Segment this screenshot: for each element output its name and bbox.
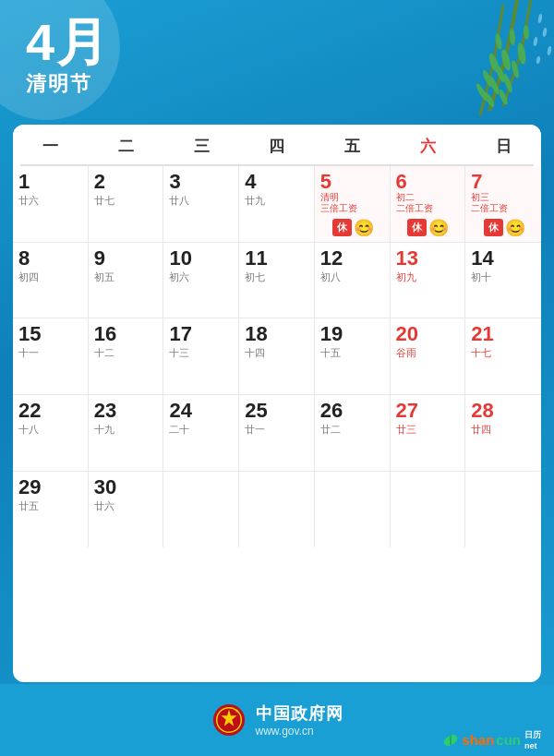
day-headers-row: 一 二 三 四 五 六 日 [13, 125, 541, 164]
month-label: 4月 [26, 17, 110, 68]
cell-apr5: 5 清明三倍工资 休 😊 [315, 166, 391, 243]
cell-apr28: 28 廿四 [465, 395, 541, 472]
svg-point-14 [537, 14, 543, 24]
cell-apr21: 21 十七 [465, 318, 541, 395]
day-header-tue: 二 [89, 132, 164, 161]
svg-point-10 [475, 82, 489, 102]
cell-apr2: 2 廿七 [89, 166, 164, 243]
leaf-icon [441, 731, 460, 750]
svg-point-9 [481, 69, 494, 89]
svg-point-7 [497, 89, 509, 106]
cell-apr18: 18 十四 [239, 318, 315, 395]
holiday-badge-apr6: 休 [407, 219, 427, 236]
svg-point-1 [495, 65, 506, 84]
watermark-net1: 日历 [524, 729, 541, 741]
day-header-fri: 五 [315, 132, 391, 161]
cell-apr8: 8 初四 [13, 243, 89, 319]
cell-apr15: 15 十一 [13, 318, 89, 395]
svg-point-16 [533, 37, 538, 47]
cell-empty-5 [465, 472, 541, 548]
cell-apr7: 7 初三二倍工资 休 😊 [465, 166, 541, 243]
svg-point-15 [542, 28, 548, 38]
cell-apr10: 10 初六 [163, 243, 239, 319]
cell-apr20: 20 谷雨 [391, 318, 466, 395]
gov-logo [211, 702, 247, 738]
svg-point-0 [500, 48, 512, 71]
day-header-sun: 日 [465, 132, 541, 161]
cell-apr29: 29 廿五 [13, 472, 89, 548]
calendar-card: 一 二 三 四 五 六 日 1 廿六 2 廿七 3 廿八 [13, 125, 541, 682]
svg-point-8 [487, 52, 500, 73]
footer-text: 中国政府网 www.gov.cn [256, 702, 343, 738]
cell-apr19: 19 十五 [315, 318, 391, 395]
calendar-grid: 1 廿六 2 廿七 3 廿八 4 廿九 5 清明三倍工资 休 😊 [13, 166, 541, 547]
cell-apr13: 13 初九 [391, 243, 466, 319]
header: 4月 清明节 [26, 17, 110, 98]
cell-apr24: 24 二十 [163, 395, 239, 472]
cell-empty-2 [239, 472, 315, 548]
watermark-net2: net [524, 741, 541, 750]
svg-point-18 [536, 56, 540, 65]
cell-apr4: 4 廿九 [239, 166, 315, 243]
watermark-area: shancun 日历 net [441, 729, 541, 750]
cell-empty-3 [315, 472, 391, 548]
day-header-sat: 六 [391, 132, 466, 161]
cell-apr12: 12 初八 [315, 243, 391, 319]
cell-apr6: 6 初二二倍工资 休 😊 [391, 166, 466, 243]
svg-point-17 [547, 46, 552, 56]
festival-label: 清明节 [26, 70, 110, 98]
cell-apr30: 30 廿六 [89, 472, 164, 548]
cell-apr3: 3 廿八 [163, 166, 239, 243]
cell-apr1: 1 廿六 [13, 166, 89, 243]
footer-url: www.gov.cn [256, 725, 314, 738]
svg-point-5 [511, 60, 521, 79]
watermark-shan: shan [462, 732, 494, 748]
cell-apr14: 14 初十 [465, 243, 541, 319]
watermark-cun: cun [496, 732, 521, 748]
holiday-badge-apr7: 休 [484, 219, 503, 236]
cell-empty-4 [391, 472, 466, 548]
day-header-wed: 三 [163, 132, 239, 161]
footer-name: 中国政府网 [256, 702, 343, 725]
cell-apr27: 27 廿三 [391, 395, 466, 472]
day-header-mon: 一 [13, 132, 89, 161]
day-header-thu: 四 [239, 132, 315, 161]
svg-point-4 [516, 42, 527, 65]
svg-point-3 [483, 91, 496, 109]
cell-apr26: 26 廿二 [315, 395, 391, 472]
holiday-badge-apr5: 休 [332, 219, 352, 236]
cell-apr11: 11 初七 [239, 243, 315, 319]
cell-apr22: 22 十八 [13, 395, 89, 472]
cell-apr9: 9 初五 [89, 243, 164, 319]
svg-point-6 [501, 73, 513, 94]
cell-apr25: 25 廿一 [239, 395, 315, 472]
cell-empty-1 [163, 472, 239, 548]
cell-apr17: 17 十三 [163, 318, 239, 395]
cell-apr16: 16 十二 [89, 318, 164, 395]
footer: 中国政府网 www.gov.cn shancun 日历 net [0, 684, 554, 756]
cell-apr23: 23 十九 [89, 395, 164, 472]
svg-point-11 [509, 29, 516, 45]
svg-point-12 [524, 25, 530, 40]
svg-point-2 [488, 75, 501, 95]
page-container: 4月 清明节 一 二 三 四 五 六 日 1 廿六 2 廿七 [0, 0, 554, 756]
svg-point-13 [494, 33, 503, 51]
